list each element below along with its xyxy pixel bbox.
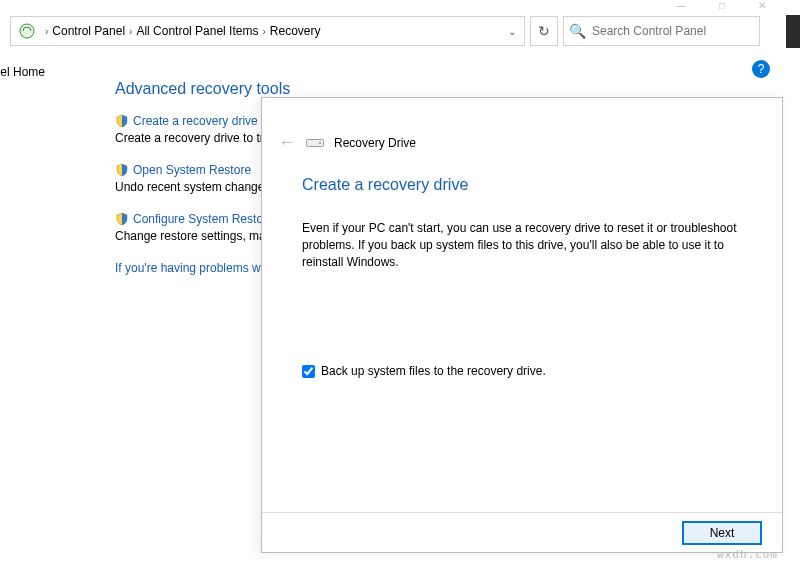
open-system-restore-link[interactable]: Open System Restore (115, 163, 251, 177)
backup-system-files-checkbox-row[interactable]: Back up system files to the recovery dri… (302, 364, 546, 378)
search-box[interactable]: 🔍 (563, 16, 760, 46)
wizard-footer: Next (262, 512, 782, 552)
page-title: Advanced recovery tools (115, 80, 755, 98)
wizard-heading: Create a recovery drive (302, 176, 468, 194)
shield-icon (115, 212, 129, 226)
minimize-fragment: ― (676, 0, 686, 10)
breadcrumb-item[interactable]: Recovery (270, 24, 321, 38)
next-button[interactable]: Next (682, 521, 762, 545)
chevron-right-icon: › (129, 26, 132, 37)
svg-point-2 (319, 142, 321, 144)
wizard-title: Recovery Drive (334, 136, 416, 150)
address-dropdown-icon[interactable]: ⌄ (500, 17, 524, 45)
shield-icon (115, 114, 129, 128)
recovery-drive-wizard: ← Recovery Drive Create a recovery drive… (261, 97, 783, 553)
watermark: wxdh.com (717, 548, 778, 561)
breadcrumb-item[interactable]: All Control Panel Items (136, 24, 258, 38)
tool-link-label: Configure System Restore (133, 212, 274, 226)
backup-system-files-checkbox[interactable] (302, 365, 315, 378)
tool-link-label: Open System Restore (133, 163, 251, 177)
window-controls-fragment: ― □ ✕ (676, 0, 766, 10)
wizard-title-row: ← Recovery Drive (278, 132, 416, 153)
address-bar[interactable]: › Control Panel › All Control Panel Item… (10, 16, 525, 46)
control-panel-icon (17, 21, 37, 41)
tool-link-label: Create a recovery drive (133, 114, 258, 128)
search-icon: 🔍 (564, 17, 590, 45)
background-strip (786, 15, 800, 48)
configure-system-restore-link[interactable]: Configure System Restore (115, 212, 274, 226)
refresh-button[interactable]: ↻ (530, 16, 558, 46)
shield-icon (115, 163, 129, 177)
back-arrow-icon[interactable]: ← (278, 132, 296, 153)
wizard-body-text: Even if your PC can't start, you can use… (302, 220, 757, 270)
create-recovery-drive-link[interactable]: Create a recovery drive (115, 114, 258, 128)
svg-point-0 (20, 24, 34, 38)
close-fragment: ✕ (758, 0, 766, 10)
chevron-right-icon: › (45, 26, 48, 37)
checkbox-label: Back up system files to the recovery dri… (321, 364, 546, 378)
chevron-right-icon: › (262, 26, 265, 37)
drive-icon (306, 137, 324, 149)
breadcrumb-item[interactable]: Control Panel (52, 24, 125, 38)
sidebar-home-link[interactable]: el Home (0, 65, 45, 79)
maximize-fragment: □ (719, 0, 725, 10)
search-input[interactable] (590, 23, 759, 39)
